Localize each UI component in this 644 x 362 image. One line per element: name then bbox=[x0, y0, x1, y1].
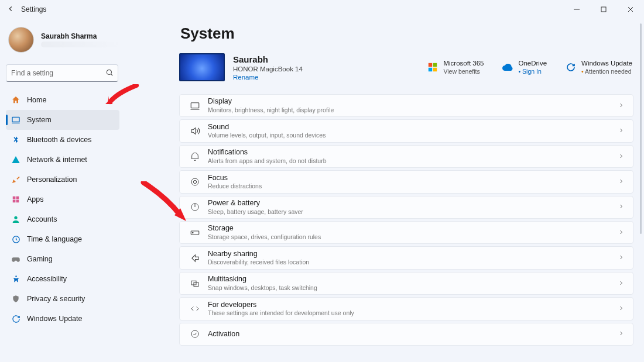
svg-point-1 bbox=[107, 70, 111, 74]
sidebar-item-accessibility[interactable]: Accessibility bbox=[6, 269, 119, 289]
minimize-button[interactable] bbox=[563, 0, 590, 19]
svg-rect-13 bbox=[433, 68, 437, 71]
device-row: Saurabh HONOR MagicBook 14 Rename Micros… bbox=[179, 53, 633, 81]
personalization-icon bbox=[11, 175, 21, 184]
apps-icon bbox=[11, 195, 21, 204]
card-display[interactable]: DisplayMonitors, brightness, night light… bbox=[179, 94, 633, 117]
focus-icon bbox=[187, 177, 203, 187]
svg-point-7 bbox=[14, 216, 17, 219]
power-icon bbox=[187, 202, 203, 212]
search-icon bbox=[105, 68, 114, 79]
card-notifications[interactable]: NotificationsAlerts from apps and system… bbox=[179, 145, 633, 168]
sidebar-item-privacy[interactable]: Privacy & security bbox=[6, 289, 119, 309]
sidebar-label: Apps bbox=[27, 195, 44, 204]
card-sub: Sleep, battery usage, battery saver bbox=[208, 208, 303, 216]
card-nearby-sharing[interactable]: Nearby sharingDiscoverability, received … bbox=[179, 246, 633, 269]
scrollbar[interactable] bbox=[640, 23, 642, 234]
card-sub: These settings are intended for developm… bbox=[208, 309, 354, 317]
card-power-battery[interactable]: Power & batterySleep, battery usage, bat… bbox=[179, 196, 633, 219]
card-title: Power & battery bbox=[208, 199, 303, 208]
sidebar-item-bluetooth[interactable]: Bluetooth & devices bbox=[6, 130, 119, 150]
profile-block[interactable]: Saurabh Sharma bbox=[6, 23, 176, 63]
titlebar: Settings bbox=[0, 0, 644, 19]
search-input[interactable] bbox=[6, 64, 118, 82]
svg-point-22 bbox=[191, 330, 198, 337]
sidebar-label: Bluetooth & devices bbox=[27, 136, 92, 144]
device-model: HONOR MagicBook 14 bbox=[233, 65, 303, 73]
svg-rect-4 bbox=[16, 196, 19, 199]
svg-rect-12 bbox=[429, 68, 432, 71]
chevron-right-icon bbox=[618, 304, 625, 314]
card-sound[interactable]: SoundVolume levels, output, input, sound… bbox=[179, 119, 633, 142]
sidebar-label: Windows Update bbox=[27, 315, 83, 323]
svg-rect-6 bbox=[16, 200, 19, 203]
close-button[interactable] bbox=[617, 0, 644, 19]
pill-title: Microsoft 365 bbox=[443, 59, 484, 67]
accessibility-icon bbox=[11, 275, 21, 284]
pill-microsoft-365[interactable]: Microsoft 365 View benefits bbox=[427, 59, 484, 75]
svg-rect-2 bbox=[12, 117, 19, 122]
sidebar-item-accounts[interactable]: Accounts bbox=[6, 209, 119, 229]
window-controls bbox=[563, 0, 644, 19]
time-icon bbox=[11, 235, 21, 244]
card-sub: Alerts from apps and system, do not dist… bbox=[208, 157, 327, 165]
chevron-right-icon bbox=[618, 151, 625, 162]
svg-rect-5 bbox=[13, 200, 16, 203]
sidebar-item-personalization[interactable]: Personalization bbox=[6, 170, 119, 189]
card-title: Sound bbox=[208, 123, 326, 132]
settings-card-list: DisplayMonitors, brightness, night light… bbox=[179, 94, 633, 346]
device-thumbnail bbox=[179, 53, 225, 81]
multitask-icon bbox=[187, 279, 203, 288]
sidebar-item-windows-update[interactable]: Windows Update bbox=[6, 309, 119, 329]
chevron-right-icon bbox=[618, 227, 625, 238]
avatar bbox=[8, 27, 34, 53]
card-focus[interactable]: FocusReduce distractions bbox=[179, 170, 633, 193]
card-title: Notifications bbox=[208, 148, 327, 157]
pill-title: Windows Update bbox=[581, 59, 632, 67]
home-icon bbox=[11, 95, 21, 105]
svg-rect-14 bbox=[191, 102, 199, 108]
pill-onedrive[interactable]: OneDrive Sign In bbox=[502, 59, 547, 75]
storage-icon bbox=[187, 227, 203, 238]
svg-rect-0 bbox=[601, 7, 606, 12]
svg-point-9 bbox=[15, 275, 17, 277]
card-multitasking[interactable]: MultitaskingSnap windows, desktops, task… bbox=[179, 272, 633, 295]
card-activation[interactable]: Activation bbox=[179, 323, 633, 346]
sidebar-item-network[interactable]: Network & internet bbox=[6, 150, 119, 170]
onedrive-icon bbox=[502, 62, 513, 73]
privacy-icon bbox=[11, 295, 21, 303]
update-icon bbox=[11, 315, 21, 323]
pill-sub: Sign In bbox=[518, 68, 547, 75]
card-title: Display bbox=[208, 97, 334, 106]
sidebar-item-system[interactable]: System bbox=[6, 110, 119, 130]
svg-rect-3 bbox=[13, 196, 16, 199]
sidebar-item-home[interactable]: Home bbox=[6, 90, 119, 110]
accounts-icon bbox=[11, 215, 21, 224]
card-sub: Storage space, drives, configuration rul… bbox=[208, 233, 321, 241]
chevron-right-icon bbox=[618, 202, 625, 212]
pill-sub: View benefits bbox=[443, 68, 484, 75]
sidebar-item-time[interactable]: Time & language bbox=[6, 229, 119, 249]
card-title: Focus bbox=[208, 174, 262, 183]
back-button[interactable] bbox=[4, 5, 18, 15]
card-for-developers[interactable]: For developersThese settings are intende… bbox=[179, 297, 633, 320]
sidebar-label: Personalization bbox=[27, 175, 77, 184]
card-storage[interactable]: StorageStorage space, drives, configurat… bbox=[179, 221, 633, 244]
maximize-button[interactable] bbox=[590, 0, 617, 19]
network-icon bbox=[11, 155, 21, 164]
sidebar-item-apps[interactable]: Apps bbox=[6, 189, 119, 209]
rename-link[interactable]: Rename bbox=[233, 74, 303, 81]
notifications-icon bbox=[187, 152, 203, 161]
developers-icon bbox=[187, 304, 203, 313]
sidebar-item-gaming[interactable]: Gaming bbox=[6, 249, 119, 269]
svg-point-16 bbox=[193, 180, 196, 183]
pill-windows-update[interactable]: Windows Update Attention needed bbox=[566, 59, 632, 75]
profile-name: Saurabh Sharma bbox=[41, 32, 123, 40]
card-title: Multitasking bbox=[208, 275, 317, 284]
chevron-right-icon bbox=[618, 253, 625, 263]
card-sub: Volume levels, output, input, sound devi… bbox=[208, 132, 326, 139]
m365-icon bbox=[427, 62, 438, 73]
sidebar-label: Gaming bbox=[27, 255, 53, 263]
wupdate-icon bbox=[566, 62, 576, 73]
chevron-right-icon bbox=[618, 126, 625, 136]
